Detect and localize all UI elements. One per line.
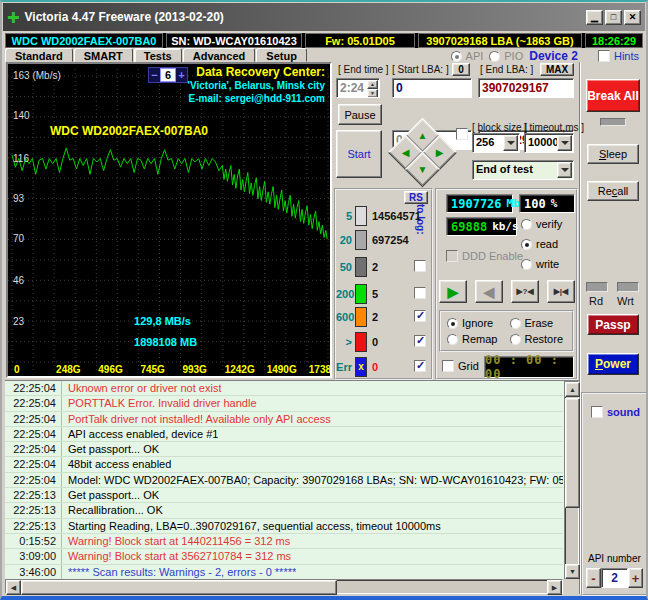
pio-radio[interactable]: PIO <box>489 50 523 62</box>
drive-firmware: Fw: 05.01D05 <box>305 33 415 48</box>
play-icon: ▶ <box>448 284 459 300</box>
delay-color-block <box>355 257 367 277</box>
delay-log-checkbox[interactable] <box>414 287 426 299</box>
log-row[interactable]: 22:25:13Starting Reading, LBA=0..3907029… <box>5 519 563 534</box>
hscroll-thumb[interactable] <box>21 580 337 595</box>
chart-annotation: 129,8 MB/s <box>134 315 191 327</box>
log-row[interactable]: 3:46:00***** Scan results: Warnings - 2,… <box>5 565 563 580</box>
log-time: 22:25:13 <box>5 519 62 533</box>
api-radio-circle[interactable] <box>451 51 462 62</box>
close-button[interactable]: ✕ <box>624 10 641 25</box>
maximize-button[interactable]: □ <box>605 10 622 25</box>
pause-button[interactable]: Pause <box>338 104 382 125</box>
scroll-left-icon[interactable]: ◀ <box>6 580 21 595</box>
end-time-up-button[interactable]: ▲ <box>367 80 378 89</box>
log-row[interactable]: 22:25:04Model: WDC WD2002FAEX-007BA0; Ca… <box>5 473 563 488</box>
passp-button[interactable]: Passp <box>587 314 639 335</box>
rs-button[interactable]: RS <box>404 191 428 204</box>
action-ignore-radio[interactable]: Ignore <box>447 317 510 329</box>
action-ignore-circle[interactable] <box>447 318 458 329</box>
scroll-down-icon[interactable]: ▼ <box>565 564 580 579</box>
log-list[interactable]: 22:25:04Uknown error or driver not exist… <box>5 381 563 580</box>
grid-checkbox[interactable]: Grid <box>442 360 479 372</box>
scroll-up-icon[interactable]: ▲ <box>565 382 580 397</box>
api-plus-button[interactable]: + <box>628 568 643 588</box>
api-radio[interactable]: API <box>451 50 484 62</box>
x-tick-label: 496G <box>98 364 123 375</box>
action-erase-radio[interactable]: Erase <box>510 317 573 329</box>
action-restore-circle[interactable] <box>510 334 521 345</box>
delay-log-checkbox[interactable] <box>414 360 426 372</box>
end-time-down-button[interactable]: ▼ <box>367 89 378 98</box>
sleep-button[interactable]: Sleep <box>587 144 639 164</box>
end-action-dropdown-icon[interactable] <box>557 162 572 178</box>
tab-advanced[interactable]: Advanced <box>183 48 256 62</box>
action-erase-circle[interactable] <box>510 318 521 329</box>
scroll-right-icon[interactable]: ▶ <box>547 580 562 595</box>
vscroll-thumb[interactable] <box>565 398 580 508</box>
log-row[interactable]: 22:25:04API access enabled, device #1 <box>5 427 563 442</box>
jump-end-button[interactable]: ▶|◀ <box>547 280 575 303</box>
passes-spinner[interactable]: − 6 + <box>148 67 188 83</box>
action-restore-radio[interactable]: Restore <box>510 333 573 345</box>
log-row[interactable]: 22:25:04PortTalk driver not installed! A… <box>5 412 563 427</box>
log-row[interactable]: 22:25:04PORTTALK Error. Invalid driver h… <box>5 396 563 411</box>
log-time: 22:25:04 <box>5 381 62 395</box>
tab-setup[interactable]: Setup <box>256 48 307 62</box>
ddd-enable-checkbox[interactable]: DDD Enable <box>446 250 523 262</box>
log-row[interactable]: 22:25:04Uknown error or driver not exist <box>5 381 563 396</box>
log-hscrollbar[interactable]: ◀ ▶ <box>5 579 563 594</box>
hints-checkbox-box[interactable] <box>598 50 610 62</box>
delay-log-checkbox[interactable] <box>414 335 426 347</box>
timeout-dropdown-icon[interactable] <box>557 135 572 151</box>
log-row[interactable]: 22:25:0448bit access enabled <box>5 457 563 472</box>
start-button[interactable]: Start <box>336 130 382 178</box>
tab-smart[interactable]: SMART <box>74 48 133 62</box>
api-minus-button[interactable]: - <box>586 568 601 588</box>
log-row[interactable]: 22:25:13Get passport... OK <box>5 488 563 503</box>
mode-verify-circle[interactable] <box>521 219 532 230</box>
block-size-dropdown-icon[interactable] <box>503 135 518 151</box>
mode-verify-radio[interactable]: verify <box>521 218 562 230</box>
mode-write-radio[interactable]: write <box>521 258 562 270</box>
passes-minus-button[interactable]: − <box>149 69 160 81</box>
log-row[interactable]: 0:15:52Warning! Block start at 144021145… <box>5 534 563 549</box>
delay-log-checkbox[interactable] <box>414 310 426 322</box>
play-button[interactable]: ▶ <box>439 280 467 303</box>
end-action-select[interactable]: End of test <box>472 160 574 180</box>
pio-radio-circle[interactable] <box>489 51 500 62</box>
log-row[interactable]: 22:25:13Recallibration... OK <box>5 503 563 518</box>
log-row[interactable]: 22:25:04Get passport... OK <box>5 442 563 457</box>
grid-checkbox-box[interactable] <box>442 360 454 372</box>
mode-read-radio[interactable]: read <box>521 238 562 250</box>
zero-button[interactable]: 0 <box>452 63 470 76</box>
log-vscrollbar[interactable]: ▲ ▼ <box>564 381 579 580</box>
power-button[interactable]: Power <box>587 353 639 375</box>
sound-checkbox-box[interactable] <box>591 406 603 418</box>
recall-button[interactable]: Recall <box>587 181 639 201</box>
delay-log-checkbox[interactable] <box>414 260 426 272</box>
back-button[interactable]: ◀ <box>475 280 503 303</box>
jump-question-button[interactable]: ▶?◀ <box>511 280 539 303</box>
mode-read-circle[interactable] <box>521 239 532 250</box>
break-all-button[interactable]: Break All <box>586 79 640 112</box>
tab-standard[interactable]: Standard <box>5 48 73 62</box>
action-remap-radio[interactable]: Remap <box>447 333 510 345</box>
timeout-select[interactable]: 10000 <box>524 133 574 153</box>
delay-row-200: 2005 <box>336 284 431 304</box>
block-size-select[interactable]: 256 <box>472 133 520 153</box>
passes-plus-button[interactable]: + <box>176 69 187 81</box>
log-message: API access enabled, device #1 <box>62 427 218 441</box>
max-button[interactable]: MAX <box>540 63 574 76</box>
sound-checkbox[interactable]: sound <box>591 406 640 418</box>
start-lba-input[interactable]: 0 <box>392 78 472 98</box>
end-lba-input[interactable]: 3907029167 <box>478 78 574 98</box>
minimize-button[interactable]: ▁ <box>586 10 603 25</box>
hints-checkbox[interactable]: Hints <box>598 50 639 62</box>
log-row[interactable]: 3:09:00Warning! Block start at 356271078… <box>5 549 563 564</box>
end-time-field[interactable]: 2:24 ▲▼ <box>336 78 380 98</box>
mode-radio-group: verifyreadwrite <box>521 218 562 270</box>
seek-checkbox[interactable] <box>456 128 468 140</box>
ddd-checkbox-box[interactable] <box>446 250 458 262</box>
action-remap-circle[interactable] <box>447 334 458 345</box>
